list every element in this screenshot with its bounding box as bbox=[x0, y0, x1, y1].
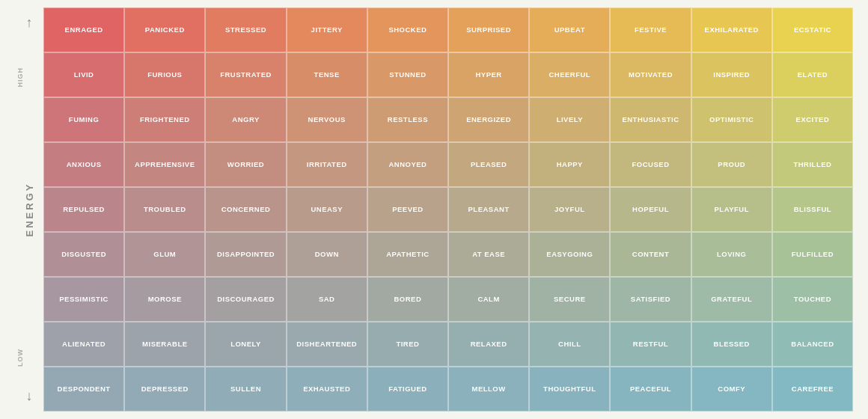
cell-r3c7: FOCUSED bbox=[610, 142, 691, 187]
cell-r5c0: DISGUSTED bbox=[43, 232, 124, 277]
cell-r3c0: ANXIOUS bbox=[43, 142, 124, 187]
cell-r0c1: PANICKED bbox=[124, 7, 205, 52]
cell-r2c4: RESTLESS bbox=[367, 97, 448, 142]
cell-r5c4: APATHETIC bbox=[367, 232, 448, 277]
cell-r3c2: WORRIED bbox=[205, 142, 286, 187]
cell-r6c6: SECURE bbox=[529, 277, 610, 322]
cell-r0c3: JITTERY bbox=[287, 7, 367, 52]
cell-r1c6: CHEERFUL bbox=[529, 52, 610, 97]
cell-r7c1: MISERABLE bbox=[124, 322, 205, 367]
cell-r1c0: LIVID bbox=[43, 52, 124, 97]
cell-r6c3: SAD bbox=[287, 277, 367, 322]
cell-r0c4: SHOCKED bbox=[367, 7, 448, 52]
grid-row-5: DISGUSTEDGLUMDISAPPOINTEDDOWNAPATHETICAT… bbox=[43, 232, 853, 277]
cell-r1c5: HYPER bbox=[448, 52, 529, 97]
cell-r8c2: SULLEN bbox=[205, 367, 286, 412]
cell-r8c7: PEACEFUL bbox=[610, 367, 691, 412]
cell-r7c4: TIRED bbox=[367, 322, 448, 367]
cell-r1c4: STUNNED bbox=[367, 52, 448, 97]
cell-r6c9: TOUCHED bbox=[772, 277, 853, 322]
cell-r8c8: COMFY bbox=[691, 367, 772, 412]
energy-axis: ↑ HIGH ENERGY LOW ↓ bbox=[15, 7, 43, 412]
cell-r2c7: ENTHUSIASTIC bbox=[610, 97, 691, 142]
cell-r1c9: ELATED bbox=[772, 52, 853, 97]
cell-r4c2: CONCERNED bbox=[205, 187, 286, 232]
cell-r2c3: NERVOUS bbox=[287, 97, 367, 142]
grid-row-0: ENRAGEDPANICKEDSTRESSEDJITTERYSHOCKEDSUR… bbox=[43, 7, 853, 52]
cell-r8c5: MELLOW bbox=[448, 367, 529, 412]
cell-r5c6: EASYGOING bbox=[529, 232, 610, 277]
cell-r3c6: HAPPY bbox=[529, 142, 610, 187]
cell-r4c4: PEEVED bbox=[367, 187, 448, 232]
grid-row-2: FUMINGFRIGHTENEDANGRYNERVOUSRESTLESSENER… bbox=[43, 97, 853, 142]
cell-r0c5: SURPRISED bbox=[448, 7, 529, 52]
cell-r5c3: DOWN bbox=[287, 232, 367, 277]
cell-r5c7: CONTENT bbox=[610, 232, 691, 277]
cell-r2c9: EXCITED bbox=[772, 97, 853, 142]
high-label: HIGH bbox=[16, 67, 24, 88]
cell-r6c2: DISCOURAGED bbox=[205, 277, 286, 322]
cell-r7c0: ALIENATED bbox=[43, 322, 124, 367]
arrow-up-icon: ↑ bbox=[26, 15, 33, 31]
cell-r8c0: DESPONDENT bbox=[43, 367, 124, 412]
cell-r4c8: PLAYFUL bbox=[691, 187, 772, 232]
emotion-grid-container: ↑ HIGH ENERGY LOW ↓ ENRAGEDPANICKEDSTRES… bbox=[15, 7, 853, 412]
grid-row-4: REPULSEDTROUBLEDCONCERNEDUNEASYPEEVEDPLE… bbox=[43, 187, 853, 232]
grid-row-8: DESPONDENTDEPRESSEDSULLENEXHAUSTEDFATIGU… bbox=[43, 367, 853, 412]
cell-r6c7: SATISFIED bbox=[610, 277, 691, 322]
cell-r5c5: AT EASE bbox=[448, 232, 529, 277]
cell-r3c5: PLEASED bbox=[448, 142, 529, 187]
cell-r3c4: ANNOYED bbox=[367, 142, 448, 187]
cell-r1c2: FRUSTRATED bbox=[205, 52, 286, 97]
cell-r8c1: DEPRESSED bbox=[124, 367, 205, 412]
cell-r0c6: UPBEAT bbox=[529, 7, 610, 52]
cell-r7c5: RELAXED bbox=[448, 322, 529, 367]
arrow-down-icon: ↓ bbox=[26, 388, 33, 404]
cell-r0c7: FESTIVE bbox=[610, 7, 691, 52]
low-label: LOW bbox=[16, 349, 24, 367]
cell-r2c0: FUMING bbox=[43, 97, 124, 142]
cell-r7c2: LONELY bbox=[205, 322, 286, 367]
cell-r3c3: IRRITATED bbox=[287, 142, 367, 187]
cell-r6c5: CALM bbox=[448, 277, 529, 322]
cell-r1c8: INSPIRED bbox=[691, 52, 772, 97]
energy-label: ENERGY bbox=[24, 183, 35, 237]
cell-r1c3: TENSE bbox=[287, 52, 367, 97]
cell-r7c9: BALANCED bbox=[772, 322, 853, 367]
cell-r4c6: JOYFUL bbox=[529, 187, 610, 232]
grid-row-3: ANXIOUSAPPREHENSIVEWORRIEDIRRITATEDANNOY… bbox=[43, 142, 853, 187]
cell-r2c6: LIVELY bbox=[529, 97, 610, 142]
cell-r6c0: PESSIMISTIC bbox=[43, 277, 124, 322]
cell-r6c8: GRATEFUL bbox=[691, 277, 772, 322]
cell-r3c9: THRILLED bbox=[772, 142, 853, 187]
cell-r4c7: HOPEFUL bbox=[610, 187, 691, 232]
cell-r6c4: BORED bbox=[367, 277, 448, 322]
cell-r4c0: REPULSED bbox=[43, 187, 124, 232]
cell-r7c8: BLESSED bbox=[691, 322, 772, 367]
cell-r7c7: RESTFUL bbox=[610, 322, 691, 367]
cell-r1c1: FURIOUS bbox=[124, 52, 205, 97]
cell-r5c9: FULFILLED bbox=[772, 232, 853, 277]
cell-r2c1: FRIGHTENED bbox=[124, 97, 205, 142]
cell-r2c2: ANGRY bbox=[205, 97, 286, 142]
cell-r0c2: STRESSED bbox=[205, 7, 286, 52]
cell-r3c1: APPREHENSIVE bbox=[124, 142, 205, 187]
cell-r5c2: DISAPPOINTED bbox=[205, 232, 286, 277]
cell-r4c9: BLISSFUL bbox=[772, 187, 853, 232]
cell-r8c9: CAREFREE bbox=[772, 367, 853, 412]
cell-r0c8: EXHILARATED bbox=[691, 7, 772, 52]
cell-r6c1: MOROSE bbox=[124, 277, 205, 322]
cell-r5c8: LOVING bbox=[691, 232, 772, 277]
cell-r5c1: GLUM bbox=[124, 232, 205, 277]
cell-r0c9: ECSTATIC bbox=[772, 7, 853, 52]
cell-r2c8: OPTIMISTIC bbox=[691, 97, 772, 142]
emotion-grid: ENRAGEDPANICKEDSTRESSEDJITTERYSHOCKEDSUR… bbox=[43, 7, 853, 412]
cell-r3c8: PROUD bbox=[691, 142, 772, 187]
cell-r8c6: THOUGHTFUL bbox=[529, 367, 610, 412]
cell-r4c3: UNEASY bbox=[287, 187, 367, 232]
cell-r8c3: EXHAUSTED bbox=[287, 367, 367, 412]
cell-r0c0: ENRAGED bbox=[43, 7, 124, 52]
cell-r7c3: DISHEARTENED bbox=[287, 322, 367, 367]
cell-r8c4: FATIGUED bbox=[367, 367, 448, 412]
cell-r4c5: PLEASANT bbox=[448, 187, 529, 232]
